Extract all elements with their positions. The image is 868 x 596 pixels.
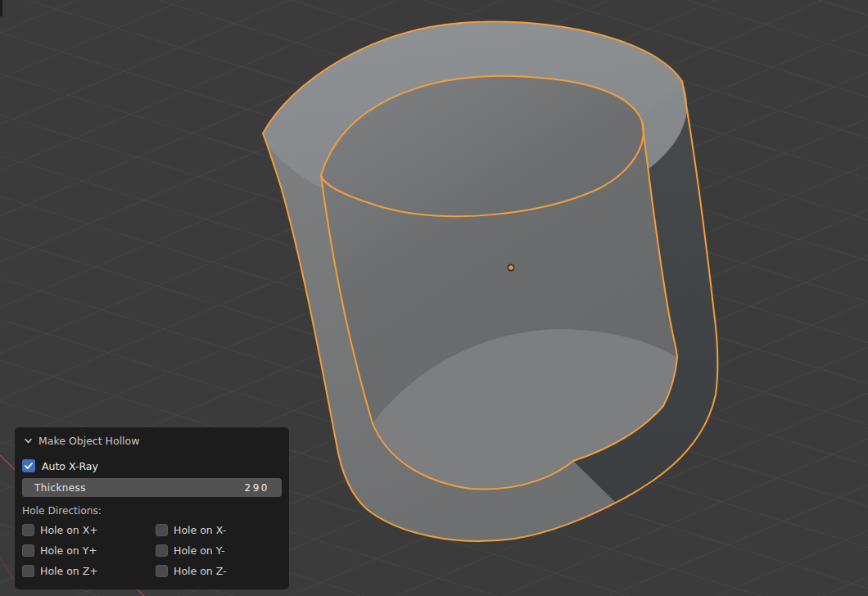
thickness-label: Thickness <box>34 482 86 494</box>
hole-toggle-x-plus[interactable]: Hole on X+ <box>22 524 156 536</box>
operator-panel-make-object-hollow: Make Object Hollow Auto X-Ray Thickness … <box>15 427 289 589</box>
hole-directions-label: Hole Directions: <box>22 505 282 517</box>
hole-z-minus-label: Hole on Z- <box>174 565 227 577</box>
hole-toggle-y-plus[interactable]: Hole on Y+ <box>22 544 156 557</box>
hole-directions-grid: Hole on X+ Hole on X- Hole on Y+ Hole on… <box>22 524 282 577</box>
hole-z-plus-checkbox[interactable] <box>22 565 34 577</box>
auto-xray-label: Auto X-Ray <box>42 460 98 472</box>
hole-y-plus-checkbox[interactable] <box>22 544 34 557</box>
hole-y-plus-label: Hole on Y+ <box>40 544 97 557</box>
panel-title: Make Object Hollow <box>38 435 139 447</box>
chevron-down-icon[interactable] <box>24 436 33 445</box>
hole-x-minus-label: Hole on X- <box>174 524 226 536</box>
thickness-slider[interactable]: Thickness 290 <box>22 478 282 497</box>
hole-toggle-x-minus[interactable]: Hole on X- <box>156 524 282 536</box>
thickness-value: 290 <box>245 482 269 494</box>
check-icon <box>24 461 34 471</box>
auto-xray-checkbox[interactable] <box>22 459 35 472</box>
hole-x-plus-label: Hole on X+ <box>40 524 98 536</box>
hole-toggle-z-plus[interactable]: Hole on Z+ <box>22 565 156 577</box>
corner-strip <box>0 0 2 16</box>
origin-dot[interactable] <box>509 265 513 270</box>
hole-x-plus-checkbox[interactable] <box>22 524 34 536</box>
hole-z-plus-label: Hole on Z+ <box>40 565 98 577</box>
hole-x-minus-checkbox[interactable] <box>156 524 168 536</box>
hole-toggle-y-minus[interactable]: Hole on Y- <box>156 544 282 557</box>
hole-y-minus-checkbox[interactable] <box>156 544 168 557</box>
hole-toggle-z-minus[interactable]: Hole on Z- <box>156 565 282 577</box>
hole-z-minus-checkbox[interactable] <box>156 565 168 577</box>
hole-y-minus-label: Hole on Y- <box>174 544 224 557</box>
operator-panel-header[interactable]: Make Object Hollow <box>15 427 289 447</box>
